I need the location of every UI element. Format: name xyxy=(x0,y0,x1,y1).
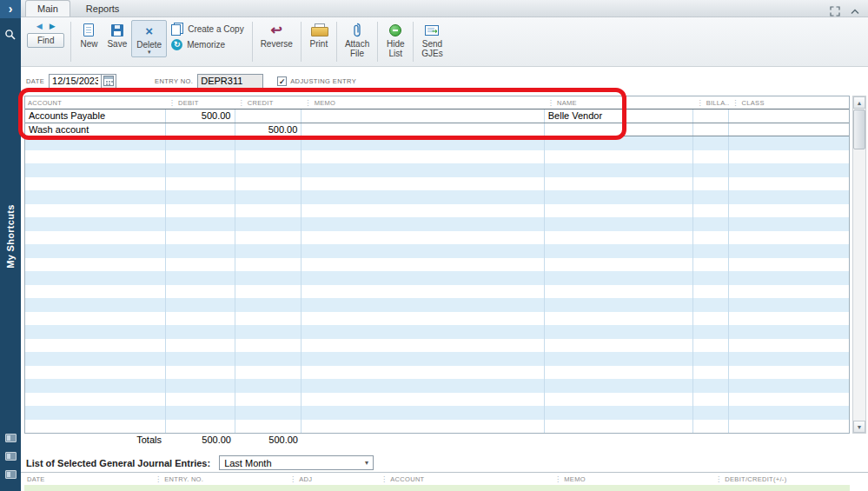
journal-cell-debit[interactable]: 500.00 xyxy=(166,109,235,123)
panel-view-icon-1[interactable] xyxy=(5,434,17,442)
journal-cell-billable[interactable] xyxy=(693,325,729,339)
journal-cell-memo[interactable] xyxy=(301,177,544,191)
journal-cell-debit[interactable] xyxy=(166,420,235,434)
tab-main[interactable]: Main xyxy=(25,0,70,17)
journal-cell-debit[interactable] xyxy=(166,325,235,339)
journal-cell-debit[interactable] xyxy=(166,136,235,150)
journal-cell-credit[interactable] xyxy=(235,177,302,191)
journal-cell-billable[interactable] xyxy=(693,420,729,434)
create-a-copy-button[interactable]: Create a Copy xyxy=(171,23,243,36)
journal-row[interactable] xyxy=(25,312,849,326)
journal-cell-class[interactable] xyxy=(729,406,849,420)
journal-cell-name[interactable] xyxy=(545,285,694,299)
journal-cell-memo[interactable] xyxy=(301,258,544,272)
journal-cell-billable[interactable] xyxy=(693,136,729,150)
journal-cell-memo[interactable] xyxy=(301,339,544,353)
save-button[interactable]: Save xyxy=(103,20,131,50)
journal-cell-credit[interactable]: 500.00 xyxy=(235,123,302,136)
journal-cell-name[interactable] xyxy=(545,204,694,218)
journal-row[interactable] xyxy=(25,190,849,204)
journal-cell-name[interactable] xyxy=(545,163,694,177)
journal-cell-name[interactable] xyxy=(545,123,694,136)
journal-cell-name[interactable] xyxy=(545,244,694,258)
calendar-button[interactable] xyxy=(101,74,116,89)
journal-cell-debit[interactable] xyxy=(166,217,235,231)
journal-cell-billable[interactable] xyxy=(693,177,729,191)
journal-cell-name[interactable] xyxy=(545,339,694,353)
journal-cell-class[interactable] xyxy=(729,285,849,299)
journal-cell-account[interactable] xyxy=(25,204,166,218)
journal-cell-class[interactable] xyxy=(729,298,849,312)
journal-cell-name[interactable] xyxy=(545,379,694,393)
journal-cell-class[interactable] xyxy=(729,109,849,123)
journal-row[interactable] xyxy=(25,325,849,339)
journal-cell-class[interactable] xyxy=(729,325,849,339)
attach-file-button[interactable]: Attach File xyxy=(341,20,374,60)
journal-row[interactable] xyxy=(25,231,849,245)
date-input[interactable] xyxy=(49,74,101,89)
journal-cell-debit[interactable] xyxy=(166,271,235,285)
journal-cell-memo[interactable] xyxy=(301,244,544,258)
journal-cell-billable[interactable] xyxy=(693,379,729,393)
scroll-down-icon[interactable]: ▼ xyxy=(853,421,865,433)
journal-cell-memo[interactable] xyxy=(301,325,544,339)
journal-cell-memo[interactable] xyxy=(301,420,544,434)
journal-cell-billable[interactable] xyxy=(693,312,729,326)
journal-cell-memo[interactable] xyxy=(301,150,544,164)
journal-cell-debit[interactable] xyxy=(166,366,235,380)
journal-cell-billable[interactable] xyxy=(693,352,729,366)
journal-cell-credit[interactable] xyxy=(235,150,302,164)
journal-cell-account[interactable] xyxy=(25,190,166,204)
new-button[interactable]: New xyxy=(75,20,103,50)
journal-cell-memo[interactable] xyxy=(301,298,544,312)
journal-cell-memo[interactable] xyxy=(301,393,544,407)
find-button-label[interactable]: Find xyxy=(27,33,64,48)
journal-cell-class[interactable] xyxy=(729,231,849,245)
journal-cell-debit[interactable] xyxy=(166,190,235,204)
journal-cell-credit[interactable] xyxy=(235,258,302,272)
journal-cell-account[interactable] xyxy=(25,177,166,191)
journal-cell-debit[interactable] xyxy=(166,312,235,326)
delete-dropdown-caret-icon[interactable]: ▾ xyxy=(148,50,151,55)
scrollbar-thumb[interactable] xyxy=(853,109,865,149)
journal-cell-billable[interactable] xyxy=(693,231,729,245)
journal-cell-billable[interactable] xyxy=(693,163,729,177)
journal-cell-debit[interactable] xyxy=(166,339,235,353)
journal-cell-name[interactable] xyxy=(545,406,694,420)
journal-cell-class[interactable] xyxy=(729,366,849,380)
journal-cell-account[interactable] xyxy=(25,298,166,312)
journal-cell-name[interactable]: Belle Vendor xyxy=(545,109,694,123)
journal-cell-name[interactable] xyxy=(545,366,694,380)
journal-cell-credit[interactable] xyxy=(235,312,302,326)
journal-cell-billable[interactable] xyxy=(693,217,729,231)
journal-cell-name[interactable] xyxy=(545,150,694,164)
send-gjes-button[interactable]: Send GJEs xyxy=(417,20,447,60)
tab-reports[interactable]: Reports xyxy=(75,0,131,17)
journal-cell-debit[interactable] xyxy=(166,150,235,164)
expand-window-icon[interactable] xyxy=(830,6,840,17)
journal-cell-debit[interactable] xyxy=(166,258,235,272)
delete-button[interactable]: × Delete ▾ xyxy=(131,20,167,57)
journal-cell-credit[interactable] xyxy=(235,285,302,299)
journal-cell-memo[interactable] xyxy=(301,136,544,150)
journal-cell-credit[interactable] xyxy=(235,298,302,312)
journal-cell-name[interactable] xyxy=(545,325,694,339)
journal-cell-billable[interactable] xyxy=(693,190,729,204)
journal-cell-memo[interactable] xyxy=(301,204,544,218)
journal-cell-debit[interactable] xyxy=(166,177,235,191)
journal-cell-credit[interactable] xyxy=(235,190,302,204)
hide-list-button[interactable]: Hide List xyxy=(381,20,409,60)
journal-cell-billable[interactable] xyxy=(693,406,729,420)
journal-row[interactable] xyxy=(25,339,849,353)
journal-cell-billable[interactable] xyxy=(693,109,729,123)
journal-cell-debit[interactable] xyxy=(166,406,235,420)
journal-cell-account[interactable] xyxy=(25,325,166,339)
print-button[interactable]: Print xyxy=(305,20,333,50)
journal-cell-billable[interactable] xyxy=(693,150,729,164)
journal-cell-billable[interactable] xyxy=(693,204,729,218)
journal-cell-class[interactable] xyxy=(729,339,849,353)
journal-cell-class[interactable] xyxy=(729,258,849,272)
journal-cell-name[interactable] xyxy=(545,298,694,312)
adjusting-entry-checkbox[interactable]: ✓ ADJUSTING ENTRY xyxy=(277,76,356,86)
journal-cell-account[interactable] xyxy=(25,420,166,434)
